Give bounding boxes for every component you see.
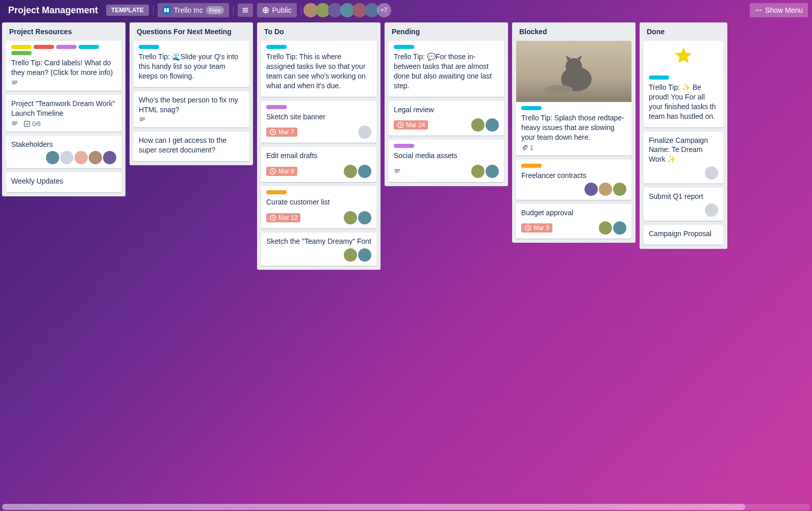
horizontal-scrollbar[interactable] [2,504,810,510]
card[interactable]: Project "Teamwork Dream Work" Launch Tim… [6,95,121,132]
avatar[interactable] [46,151,59,164]
label[interactable] [139,45,159,49]
card-members [471,165,499,178]
list[interactable]: Project ResourcesTrello Tip: Card labels… [2,22,125,196]
list[interactable]: Questions For Next MeetingTrello Tip: 🌊S… [130,22,253,165]
avatar[interactable] [358,165,371,178]
list[interactable]: To DoTrello Tip: This is where assigned … [257,22,380,270]
svg-point-26 [544,85,573,93]
avatar[interactable] [471,118,485,132]
card-badges: 1 [521,144,626,151]
avatar[interactable] [344,211,357,224]
list-title[interactable]: Blocked [516,27,631,37]
card[interactable]: Trello Tip: Splash those redtape-heavy i… [516,41,631,156]
card[interactable]: Trello Tip: ✨ Be proud! You For all your… [644,41,723,127]
card[interactable]: Sketch the "Teamy Dreamy" Font [261,233,376,266]
card[interactable]: Finalize Campaign Name: Te Dream Work ✨ [644,132,723,184]
card[interactable]: Trello Tip: This is where assigned tasks… [261,41,376,97]
list-title[interactable]: Pending [389,27,504,37]
description-icon [11,80,18,87]
list-title[interactable]: Project Resources [6,27,121,37]
card[interactable]: Trello Tip: Card labels! What do they me… [6,41,121,91]
label[interactable] [11,45,32,49]
list[interactable]: Blocked Trello Tip: Splash those redtape… [512,22,636,243]
svg-rect-10 [12,121,18,122]
avatar[interactable] [599,183,612,196]
label[interactable] [79,45,99,49]
avatar[interactable] [486,165,499,178]
card-title: Trello Tip: Card labels! What do they me… [11,58,116,78]
avatar[interactable] [486,118,499,132]
card[interactable]: Legal reviewMar 24 [389,101,504,136]
card[interactable]: Budget approvalMar 3 [516,204,631,239]
label[interactable] [266,190,287,194]
label[interactable] [34,45,54,49]
list-title[interactable]: Questions For Next Meeting [134,27,249,37]
label[interactable] [266,105,287,109]
card[interactable]: Who's the best person to fix my HTML sna… [134,91,249,128]
avatar[interactable] [344,248,357,262]
board-canvas[interactable]: Project ResourcesTrello Tip: Card labels… [0,20,812,510]
card[interactable]: Freelancer contracts [516,160,631,200]
show-menu-button[interactable]: Show Menu [750,3,808,17]
due-badge[interactable]: Mar 3 [521,223,552,233]
avatar[interactable] [585,183,598,196]
avatar[interactable] [599,221,612,235]
label[interactable] [521,164,542,168]
template-badge[interactable]: TEMPLATE [106,5,149,16]
avatar[interactable] [60,151,73,164]
label[interactable] [11,51,32,55]
card[interactable]: Weekly Updates [6,172,121,192]
list[interactable]: Done Trello Tip: ✨ Be proud! You For all… [640,22,727,249]
card[interactable]: Campaign Proposal [644,225,723,245]
label[interactable] [649,75,669,80]
label[interactable] [394,45,414,49]
avatar[interactable] [358,211,371,224]
card[interactable]: Stakeholders [6,136,121,169]
avatar[interactable] [705,166,718,180]
visibility-button[interactable]: Public [257,3,297,17]
card[interactable]: Curate customer listMar 12 [261,186,376,228]
scrollbar-thumb[interactable] [2,504,745,510]
avatar[interactable] [358,125,371,139]
card-title: Project "Teamwork Dream Work" Launch Tim… [11,99,116,118]
list[interactable]: PendingTrello Tip: 💬For those in-between… [385,22,508,186]
label[interactable] [266,45,287,49]
avatar[interactable] [705,203,718,217]
card-title: Trello Tip: 💬For those in-between tasks … [394,52,499,91]
card-title: Legal review [394,105,499,115]
card[interactable]: How can I get access to the super secret… [134,132,249,161]
avatar[interactable] [344,165,357,178]
workspace-button[interactable]: Trello Inc Free [158,3,229,17]
label[interactable] [56,45,77,49]
board-title[interactable]: Project Management [4,5,102,16]
list-title[interactable]: Done [644,27,723,37]
avatar[interactable] [358,248,371,262]
avatar[interactable] [89,151,102,164]
card[interactable]: Social media assets [389,140,504,182]
due-badge[interactable]: Mar 24 [394,120,428,130]
avatar[interactable] [613,183,626,196]
due-badge[interactable]: Mar 8 [266,167,297,176]
label[interactable] [521,106,542,110]
avatar[interactable] [74,151,88,164]
board-members[interactable]: +7 [306,3,391,17]
avatar[interactable] [103,151,116,164]
board-view-button[interactable] [238,4,253,17]
card[interactable]: Trello Tip: 💬For those in-between tasks … [389,41,504,97]
card-labels [139,45,244,49]
card[interactable]: Submit Q1 report [644,188,723,221]
attachment-icon [521,144,528,151]
list-title[interactable]: To Do [261,27,376,37]
due-badge[interactable]: Mar 7 [266,127,297,137]
label[interactable] [394,144,414,148]
avatar[interactable] [613,221,626,235]
due-badge[interactable]: Mar 12 [266,213,300,222]
card[interactable]: Sketch site bannerMar 7 [261,101,376,143]
card-title: Sketch the "Teamy Dreamy" Font [266,237,371,246]
members-overflow[interactable]: +7 [377,3,391,17]
card[interactable]: Trello Tip: 🌊Slide your Q's into this ha… [134,41,249,87]
card[interactable]: Edit email draftsMar 8 [261,147,376,182]
avatar[interactable] [471,165,485,178]
svg-point-6 [760,10,762,11]
